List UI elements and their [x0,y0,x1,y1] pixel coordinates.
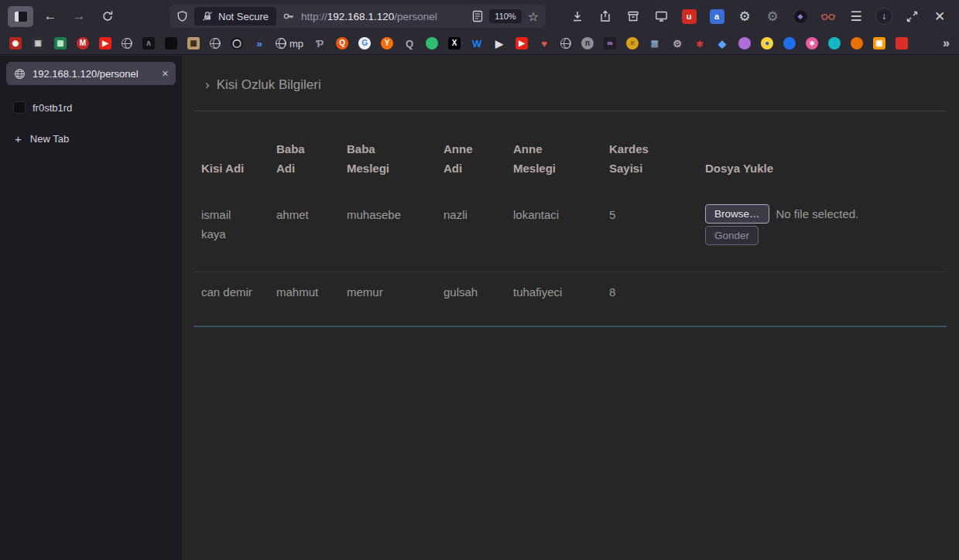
bookmark-favicon-33[interactable] [738,37,751,50]
bookmark-favicon-36[interactable]: ∗ [806,37,818,50]
gonder-submit-button[interactable]: Gonder [705,226,759,245]
browse-button[interactable]: Browse… [705,204,769,224]
bookmark-favicon-29[interactable]: ≣ [649,37,661,50]
bookmark-favicon-6[interactable] [122,38,132,49]
security-status-chip[interactable]: Not Secure [194,7,276,26]
bookmark-favicon-15[interactable]: Q [336,37,348,50]
display-button[interactable] [649,5,673,28]
share-icon [599,10,611,22]
vertical-tabs-sidebar: 192.168.1.120/personel ✕ fr0stb1rd + New… [0,56,182,560]
chevron-icon: › [205,77,210,92]
cell-dosya-yukle-empty [697,272,947,326]
bookmark-favicon-icon [165,37,177,50]
plus-icon: + [15,132,22,145]
bookmark-favicon-8[interactable] [165,37,177,50]
zoom-level-badge[interactable]: 110% [489,9,521,23]
bookmark-favicon-icon: Q [403,37,416,50]
bookmark-favicon-icon: ◯ [231,37,243,50]
bookmark-favicon-icon: Y [381,37,393,50]
bookmark-favicon-14[interactable]: Ƥ [313,37,326,50]
bookmark-favicon-icon: ≣ [649,37,661,50]
reader-mode-icon[interactable] [472,10,483,22]
bookmark-favicon-28[interactable]: ≡ [626,37,639,50]
bookmark-star-icon[interactable]: ☆ [528,9,539,24]
bookmark-favicon-2[interactable]: ▣ [32,37,44,50]
bookmark-favicon-3[interactable]: ▦ [54,37,67,50]
glasses-extension-button[interactable] [817,5,840,28]
tab-fr0stb1rd[interactable]: fr0stb1rd [6,96,176,119]
dark-circle-extension-button[interactable]: ◆ [789,5,812,28]
forward-button[interactable]: → [67,5,91,28]
url-text[interactable]: http://192.168.1.120/personel [301,11,466,22]
extension-gear-button[interactable]: ⚙ [761,5,784,28]
settings-gear-button[interactable]: ⚙ [733,5,756,28]
bookmark-favicon-20[interactable]: X [448,37,461,50]
fullscreen-button[interactable] [900,5,923,28]
bookmark-favicon-7[interactable]: ʌ [142,37,155,50]
bookmark-favicon-35[interactable] [783,37,796,50]
window-close-button[interactable]: ✕ [928,5,951,28]
tracking-protection-shield-icon[interactable] [176,10,188,22]
bookmark-favicon-4[interactable]: M [77,37,89,50]
bookmarks-overflow-chevron[interactable]: » [943,36,950,50]
bookmark-favicon-icon: ▣ [32,37,44,50]
profile-downloads-button[interactable]: ↓ [872,5,896,28]
bookmark-favicon-32[interactable]: ◆ [716,37,728,50]
cell-baba-adi: ahmet [269,195,339,272]
tab-close-icon[interactable]: ✕ [162,69,169,79]
downloads-button[interactable] [566,5,589,28]
new-tab-label: New Tab [30,133,69,145]
bookmark-favicon-38[interactable] [851,37,863,50]
translate-icon: a [710,9,724,24]
bookmark-favicon-17[interactable]: Y [381,37,393,50]
archive-box-icon [627,10,639,22]
bookmark-favicon-22[interactable]: ▶ [493,37,505,50]
bookmark-favicon-icon [828,37,841,50]
bookmark-favicon-icon: ∗ [806,37,818,50]
bookmark-favicon-13[interactable]: mp [276,38,303,50]
bookmark-favicon-19[interactable] [426,37,438,50]
sidebar-toggle-button[interactable] [8,6,33,27]
bookmark-favicon-icon: X [448,37,461,50]
tab-personel[interactable]: 192.168.1.120/personel ✕ [6,62,176,85]
browser-window: ← → Not Secure http://192.168.1.120/pers… [0,0,959,560]
bookmark-favicon-39[interactable]: ▣ [873,37,885,50]
archive-box-button[interactable] [622,5,645,28]
bookmark-favicon-26[interactable]: n [581,37,594,50]
bookmark-favicon-24[interactable]: ♥ [538,37,550,50]
bookmark-favicon-18[interactable]: Q [403,37,416,50]
page-heading: ›Kisi Ozluk Bilgileri [205,77,947,93]
bookmark-favicon-27[interactable]: ∞ [604,37,616,50]
security-status-label: Not Secure [218,11,269,22]
menu-button[interactable]: ☰ [844,5,868,28]
saved-password-key-icon[interactable] [283,10,295,22]
bookmark-favicon-30[interactable]: ⚙ [671,37,683,50]
url-bar[interactable]: Not Secure http://192.168.1.120/personel… [170,5,546,28]
bookmark-favicon-icon: n [581,37,594,50]
bookmark-favicon-5[interactable]: ▶ [99,37,111,50]
bookmark-favicon-9[interactable]: ▦ [187,37,200,50]
bookmark-favicon-40[interactable] [896,37,908,50]
back-button[interactable]: ← [39,5,62,28]
bookmark-favicon-12[interactable]: » [253,37,265,50]
gem-extension-icon: ◆ [793,9,808,24]
sidebar-icon [15,12,27,22]
bookmark-favicon-1[interactable]: ◉ [9,37,22,50]
bookmark-favicon-31[interactable]: ∗ [694,37,706,50]
reload-button[interactable] [96,5,119,28]
glasses-icon [821,12,835,21]
bookmark-favicon-10[interactable] [210,38,221,49]
personnel-table: Kisi Adi Baba Adi Baba Meslegi Anne Adi … [194,111,947,327]
bookmark-favicon-11[interactable]: ◯ [231,37,243,50]
share-button[interactable] [594,5,617,28]
bookmark-favicon-16[interactable]: G [358,37,371,50]
bookmark-favicon-34[interactable]: ● [761,37,773,50]
browser-toolbar: ← → Not Secure http://192.168.1.120/pers… [0,0,959,32]
translate-extension-button[interactable]: a [705,5,728,28]
bookmark-favicon-21[interactable]: W [471,37,483,50]
bookmark-favicon-37[interactable] [828,37,841,50]
bookmark-favicon-25[interactable] [560,38,571,49]
ublock-extension-button[interactable]: u [677,5,700,28]
new-tab-button[interactable]: + New Tab [6,128,176,149]
bookmark-favicon-23[interactable]: ▶ [515,37,528,50]
